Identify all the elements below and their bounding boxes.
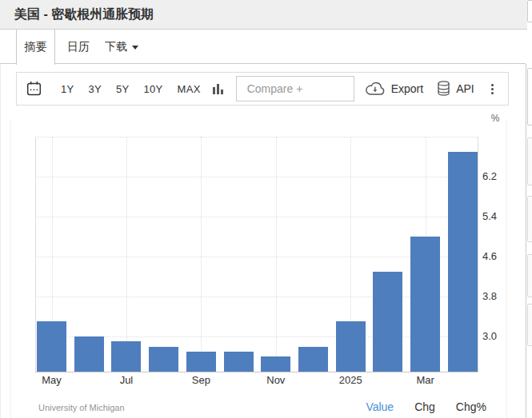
- range-selector: 1Y 3Y 5Y 10Y MAX: [54, 83, 208, 95]
- range-5y[interactable]: 5Y: [109, 83, 137, 95]
- chevron-down-icon: [132, 46, 138, 50]
- page-title: 美国 - 密歇根州通胀预期: [0, 0, 527, 23]
- bar[interactable]: [448, 152, 478, 372]
- tab-bar: 摘要 日历 下载: [0, 30, 526, 64]
- api-button[interactable]: API: [437, 81, 474, 97]
- cutoff-widget: [527, 0, 532, 22]
- range-10y[interactable]: 10Y: [137, 83, 170, 95]
- bar[interactable]: [410, 237, 440, 372]
- cutoff-widget: [527, 137, 532, 185]
- tab-download-label: 下载: [105, 40, 127, 53]
- cutoff-widget: [527, 68, 532, 125]
- footer-link-chg[interactable]: Chg: [414, 400, 435, 413]
- cutoff-widget: [527, 196, 532, 242]
- export-button[interactable]: Export: [365, 82, 423, 96]
- tab-summary[interactable]: 摘要: [16, 30, 55, 65]
- bar[interactable]: [224, 352, 254, 372]
- bar[interactable]: [37, 321, 66, 372]
- compare-placeholder: Compare +: [247, 82, 303, 95]
- bar[interactable]: [298, 347, 328, 372]
- range-3y[interactable]: 3Y: [82, 83, 110, 95]
- compare-input[interactable]: Compare +: [236, 76, 354, 102]
- bar[interactable]: [111, 341, 141, 372]
- bar[interactable]: [149, 347, 178, 372]
- cutoff-widget: [527, 304, 532, 346]
- bar-chart-icon[interactable]: [212, 83, 225, 95]
- bar[interactable]: [261, 356, 290, 372]
- footer-links: Value Chg Chg%: [366, 400, 486, 413]
- bar[interactable]: [336, 321, 366, 372]
- page: 美国 - 密歇根州通胀预期 摘要 日历 下载 1Y 3Y: [0, 0, 532, 418]
- kebab-menu-icon[interactable]: [488, 81, 497, 98]
- export-label: Export: [391, 82, 423, 95]
- footer-link-chgpct[interactable]: Chg%: [456, 400, 486, 413]
- range-max[interactable]: MAX: [170, 83, 208, 95]
- bar[interactable]: [74, 336, 104, 372]
- cloud-download-icon: [365, 82, 386, 96]
- tab-download[interactable]: 下载: [99, 30, 144, 63]
- range-1y[interactable]: 1Y: [54, 83, 82, 95]
- tab-calendar[interactable]: 日历: [61, 30, 96, 63]
- api-label: API: [456, 82, 474, 95]
- calendar-icon[interactable]: [26, 81, 42, 97]
- cutoff-widget: [527, 254, 532, 297]
- bar[interactable]: [186, 352, 216, 372]
- chart-toolbar: 1Y 3Y 5Y 10Y MAX Compare +: [16, 72, 509, 105]
- titlebar: 美国 - 密歇根州通胀预期: [0, 0, 527, 30]
- footer-link-value[interactable]: Value: [366, 400, 394, 413]
- bar[interactable]: [373, 272, 402, 372]
- source-label: University of Michigan: [38, 403, 125, 412]
- database-icon: [437, 81, 450, 97]
